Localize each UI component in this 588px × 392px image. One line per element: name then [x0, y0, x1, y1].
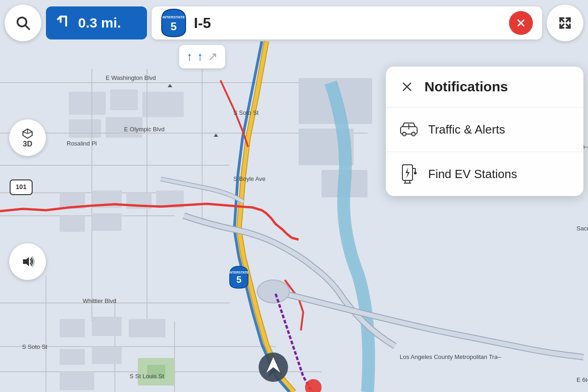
traffic-alerts-label: Traffic & Alerts: [428, 123, 505, 137]
lane-arrow-1: ↑: [187, 50, 192, 64]
3d-label: 3D: [23, 140, 32, 148]
highway-shield-i5-map: INTERSTATE 5: [229, 265, 249, 291]
interstate-badge: INTERSTATE 5: [161, 8, 187, 38]
svg-rect-28: [129, 319, 165, 337]
svg-point-77: [414, 172, 416, 174]
nav-distance-text: 0.3 mi.: [78, 15, 121, 31]
lane-arrow-3: ↗: [208, 50, 218, 64]
svg-rect-31: [60, 372, 94, 390]
svg-line-62: [28, 132, 32, 134]
find-ev-stations-item[interactable]: Find EV Stations: [386, 152, 583, 196]
3d-view-button[interactable]: 3D: [9, 119, 46, 156]
lane-guidance-panel: ↑ ↑ ↗: [179, 45, 225, 68]
svg-text:5: 5: [236, 274, 241, 285]
svg-rect-4: [69, 119, 101, 138]
route-name-text: I-5: [194, 15, 502, 32]
svg-point-67: [402, 132, 406, 136]
svg-rect-24: [60, 216, 85, 232]
find-ev-stations-label: Find EV Stations: [428, 167, 517, 181]
top-navigation-bar: 0.3 mi. INTERSTATE 5 I-5: [5, 5, 583, 41]
search-button[interactable]: [5, 5, 41, 41]
svg-rect-27: [92, 317, 122, 336]
highway-shield-101: 101: [9, 179, 33, 197]
volume-button[interactable]: [9, 243, 46, 280]
svg-text:INTERSTATE: INTERSTATE: [229, 271, 249, 274]
close-route-button[interactable]: [509, 11, 533, 35]
svg-rect-2: [110, 90, 138, 110]
svg-rect-25: [92, 213, 122, 231]
notification-title: Notifications: [424, 79, 508, 95]
lane-arrow-2: ↑: [197, 50, 203, 64]
svg-rect-29: [60, 349, 85, 365]
notification-close-button[interactable]: [399, 78, 415, 95]
svg-point-35: [257, 280, 289, 303]
svg-marker-63: [23, 257, 29, 266]
svg-text:INTERSTATE: INTERSTATE: [162, 15, 185, 19]
svg-text:5: 5: [170, 20, 176, 33]
svg-rect-3: [142, 92, 184, 117]
svg-rect-0: [0, 0, 588, 392]
notification-header: Notifications: [386, 67, 583, 107]
svg-rect-26: [60, 319, 85, 337]
traffic-alerts-item[interactable]: Traffic & Alerts: [386, 107, 583, 152]
svg-rect-1: [69, 92, 106, 115]
svg-line-61: [23, 132, 28, 134]
notification-panel: Notifications Traffic & Alerts: [386, 67, 583, 196]
svg-point-68: [412, 132, 415, 136]
nav-route-box: INTERSTATE 5 I-5: [152, 6, 542, 39]
nav-direction-box: 0.3 mi.: [46, 6, 147, 39]
svg-rect-37: [147, 365, 165, 379]
traffic-alerts-icon: [399, 119, 419, 140]
svg-rect-30: [92, 347, 122, 364]
turn-arrow-icon: [55, 13, 72, 33]
map-background[interactable]: [0, 0, 588, 392]
svg-line-49: [25, 25, 29, 29]
ev-stations-icon: [399, 164, 419, 184]
svg-text:101: 101: [16, 183, 27, 190]
svg-rect-5: [106, 117, 142, 138]
compress-button[interactable]: [547, 5, 583, 41]
